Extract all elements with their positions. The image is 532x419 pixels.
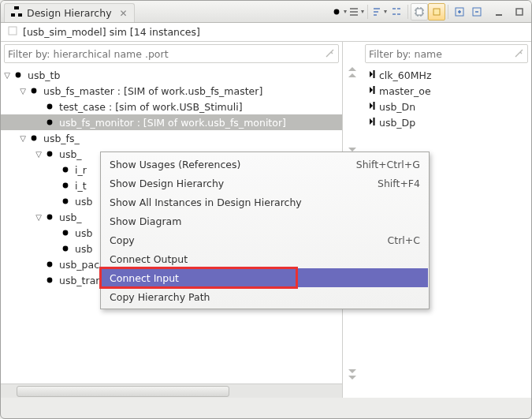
svg-rect-43: [516, 9, 523, 15]
component-orange-icon: [59, 226, 72, 239]
scroll-up-icon[interactable]: [347, 65, 358, 81]
menu-item[interactable]: Show Design HierarchyShift+F4: [102, 174, 428, 193]
tree-row-label: usb: [75, 196, 92, 208]
breadcrumb-text: [usb_sim_model] sim [14 instances]: [23, 26, 200, 38]
signals-filter-input[interactable]: [366, 47, 510, 62]
menu-item-shortcut: Ctrl+C: [388, 234, 420, 246]
tree-row-label: usb_fs_: [43, 133, 80, 144]
menu-item[interactable]: CopyCtrl+C: [102, 230, 428, 249]
hierarchy-filter[interactable]: [4, 44, 339, 63]
component-icon: [59, 179, 72, 192]
component-orange-icon: [43, 100, 56, 113]
tree-row-label: i_r: [75, 164, 87, 176]
signals-filter[interactable]: [365, 44, 528, 63]
menu-item-label: Copy Hierarchy Path: [110, 291, 210, 303]
signal-row[interactable]: master_oe: [362, 83, 531, 99]
menu-item[interactable]: Show All Instances in Design Hierarchy: [102, 193, 428, 211]
tree-row-label: usb_: [59, 211, 82, 223]
menu-item[interactable]: Show Usages (References)Shift+Ctrl+G: [102, 155, 428, 174]
menu-item-label: Copy: [110, 234, 135, 246]
toolbar-component-dropdown[interactable]: [330, 3, 348, 21]
tree-row[interactable]: usb_fs_monitor : [SIM of work.usb_fs_mon…: [1, 114, 342, 130]
scroll-down-icon[interactable]: [347, 366, 358, 382]
chevron-down-icon[interactable]: ▽: [34, 150, 43, 159]
tree-row[interactable]: ▽usb_fs_master : [SIM of work.usb_fs_mas…: [1, 83, 342, 99]
tree-row[interactable]: ▽usb_fs_: [1, 130, 342, 146]
svg-marker-49: [348, 369, 356, 373]
menu-item-label: Show Usages (References): [110, 159, 240, 170]
view-tab-label: Design Hierarchy: [27, 7, 112, 19]
close-icon[interactable]: ✕: [120, 8, 128, 19]
toolbar-list-dropdown[interactable]: [348, 3, 365, 21]
component-icon: [59, 195, 72, 208]
signal-label: clk_60MHz: [379, 69, 432, 81]
clear-filter-icon[interactable]: [321, 45, 338, 62]
clear-filter-icon[interactable]: [510, 45, 527, 62]
toolbar-separator: [448, 5, 448, 19]
component-icon: [12, 69, 24, 81]
hierarchy-icon: [11, 6, 22, 20]
tree-row-label: usb_fs_monitor : [SIM of work.usb_fs_mon…: [59, 117, 286, 129]
svg-marker-45: [348, 67, 356, 71]
toolbar-chip-button[interactable]: [411, 3, 428, 21]
signal-in-icon: [365, 69, 376, 81]
hierarchy-filter-input[interactable]: [5, 47, 321, 62]
menu-item-shortcut: Shift+F4: [378, 178, 420, 189]
chevron-down-icon[interactable]: ▽: [18, 87, 28, 95]
menu-item-label: Show Design Hierarchy: [110, 178, 224, 189]
component-icon: [59, 163, 72, 176]
component-orange-icon: [43, 148, 56, 160]
view-tab-design-hierarchy[interactable]: Design Hierarchy ✕: [4, 3, 135, 22]
tree-row-label: usb_fs_master : [SIM of work.usb_fs_mast…: [43, 85, 262, 97]
menu-item[interactable]: Connect Input: [102, 268, 428, 287]
toolbar-sort-dropdown[interactable]: [370, 3, 388, 21]
svg-rect-27: [416, 9, 422, 15]
chevron-down-icon[interactable]: ▽: [2, 71, 12, 80]
toolbar-separator: [407, 5, 408, 19]
component-icon: [7, 25, 18, 39]
svg-marker-46: [348, 73, 356, 77]
maximize-view-button[interactable]: [511, 3, 528, 21]
chevron-down-icon[interactable]: ▽: [34, 213, 43, 222]
tree-row[interactable]: ▽usb_tb: [1, 67, 342, 83]
signal-row[interactable]: usb_Dn: [362, 99, 531, 114]
signal-row[interactable]: clk_60MHz: [362, 67, 531, 83]
signal-label: master_oe: [379, 85, 431, 97]
component-orange-icon: [28, 132, 40, 144]
tree-row-label: test_case : [sim of work.USB_Stimuli]: [59, 101, 243, 113]
svg-marker-50: [348, 376, 356, 380]
signal-label: usb_Dp: [379, 117, 415, 129]
breadcrumb: [usb_sim_model] sim [14 instances]: [1, 23, 531, 42]
menu-item-label: Show Diagram: [110, 215, 181, 227]
horizontal-scrollbar[interactable]: [1, 383, 342, 398]
toolbar-collapse-button[interactable]: [468, 3, 485, 21]
menu-item[interactable]: Show Diagram: [102, 211, 428, 230]
minimize-view-button[interactable]: [490, 3, 508, 21]
menu-item-label: Connect Output: [110, 253, 188, 265]
toolbar-expand-button[interactable]: [451, 3, 468, 21]
menu-item-label: Show All Instances in Design Hierarchy: [110, 196, 302, 208]
svg-rect-44: [9, 27, 17, 35]
component-orange-icon: [28, 84, 40, 97]
toolbar-highlight-button[interactable]: [428, 3, 445, 21]
tree-row-label: usb: [75, 243, 92, 255]
signal-in-icon: [365, 101, 376, 113]
chevron-down-icon[interactable]: ▽: [18, 134, 28, 143]
tree-row-label: usb_tb: [28, 69, 60, 81]
context-menu: Show Usages (References)Shift+Ctrl+GShow…: [100, 152, 430, 309]
toolbar-separator: [367, 5, 368, 19]
signal-in-icon: [365, 85, 376, 97]
component-orange-icon: [43, 116, 56, 129]
tree-row-label: i_t: [75, 180, 87, 192]
tree-row-label: usb_: [59, 148, 82, 160]
component-orange-icon: [59, 242, 72, 255]
menu-item-shortcut: Shift+Ctrl+G: [356, 159, 420, 170]
component-orange-icon: [43, 211, 56, 223]
tree-row-label: usb: [75, 227, 92, 239]
tree-row[interactable]: test_case : [sim of work.USB_Stimuli]: [1, 99, 342, 114]
component-orange-icon: [43, 274, 56, 286]
toolbar-filter-button[interactable]: [388, 3, 405, 21]
signal-row[interactable]: usb_Dp: [362, 114, 531, 130]
menu-item[interactable]: Copy Hierarchy Path: [102, 287, 428, 306]
menu-item[interactable]: Connect Output: [102, 249, 428, 268]
